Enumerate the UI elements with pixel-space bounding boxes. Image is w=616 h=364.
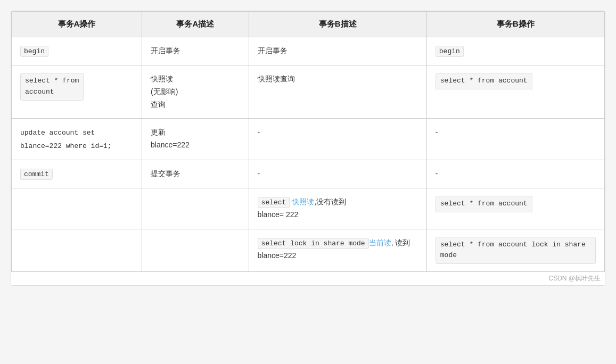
row5-col-b xyxy=(142,188,249,229)
table-row: begin 开启事务 开启事务 begin xyxy=(12,37,605,65)
code-begin-a: begin xyxy=(20,46,48,57)
snapshot-label: 快照读 xyxy=(292,197,314,206)
row5-col-a xyxy=(12,188,142,229)
row2-desc-b: 快照读查询 xyxy=(258,75,295,83)
header-col-a-desc: 事务A描述 xyxy=(142,12,249,37)
table-row: commit 提交事务 - - xyxy=(12,160,605,188)
code-select-lock-b: select * from account lock in share mode xyxy=(436,237,596,264)
code-select-b-row5: select * from account xyxy=(436,196,532,212)
row6-col-b xyxy=(142,229,249,272)
row3-desc-a: 更新blance=222 xyxy=(151,128,190,149)
row1-col-d: begin xyxy=(426,37,604,65)
header-col-a-operation: 事务A操作 xyxy=(12,12,142,37)
row2-col-a: select * fromaccount xyxy=(12,65,142,119)
table-row: select * fromaccount 快照读(无影响)查询 快照读查询 se… xyxy=(12,65,605,119)
code-update: update account set blance=222 where id=1… xyxy=(20,129,112,150)
row5-col-d: select * from account xyxy=(426,188,604,229)
code-select-snapshot: select xyxy=(258,197,290,208)
row4-col-b: 提交事务 xyxy=(142,160,249,188)
table-row: update account set blance=222 where id=1… xyxy=(12,119,605,160)
row2-desc-a: 快照读(无影响)查询 xyxy=(151,75,178,109)
main-table-container: 事务A操作 事务A描述 事务B描述 事务B操作 begin 开启事务 开启事务 … xyxy=(11,11,605,286)
row3-col-d: - xyxy=(426,119,604,160)
row2-col-d: select * from account xyxy=(426,65,604,119)
row2-col-c: 快照读查询 xyxy=(249,65,426,119)
code-commit: commit xyxy=(20,169,53,180)
header-row: 事务A操作 事务A描述 事务B描述 事务B操作 xyxy=(12,12,605,37)
row1-col-a: begin xyxy=(12,37,142,65)
watermark: CSDN @枫叶先生 xyxy=(11,272,605,285)
row4-col-d: - xyxy=(426,160,604,188)
comparison-table: 事务A操作 事务A描述 事务B描述 事务B操作 begin 开启事务 开启事务 … xyxy=(11,11,605,272)
row5-col-c: select 快照读,没有读到blance= 222 xyxy=(249,188,426,229)
table-row: select lock in share mode当前读, 读到blance=2… xyxy=(12,229,605,272)
row1-desc-a: 开启事务 xyxy=(151,46,180,55)
current-read-label: 当前读 xyxy=(369,238,391,247)
row4-desc-a: 提交事务 xyxy=(151,169,180,178)
row3-dash-d: - xyxy=(436,128,438,136)
row6-col-a xyxy=(12,229,142,272)
row6-col-c: select lock in share mode当前读, 读到blance=2… xyxy=(249,229,426,272)
row4-dash-c: - xyxy=(258,169,260,178)
row4-dash-d: - xyxy=(436,169,438,178)
row4-col-c: - xyxy=(249,160,426,188)
code-select-lock: select lock in share mode xyxy=(258,238,369,249)
row4-col-a: commit xyxy=(12,160,142,188)
row2-col-b: 快照读(无影响)查询 xyxy=(142,65,249,119)
table-row: select 快照读,没有读到blance= 222 select * from… xyxy=(12,188,605,229)
row1-desc-b: 开启事务 xyxy=(258,46,288,55)
row3-dash-c: - xyxy=(258,128,260,136)
header-col-b-desc: 事务B描述 xyxy=(249,12,426,37)
row3-col-a: update account set blance=222 where id=1… xyxy=(12,119,142,160)
row3-col-c: - xyxy=(249,119,426,160)
header-col-b-operation: 事务B操作 xyxy=(426,12,604,37)
row6-col-d: select * from account lock in share mode xyxy=(426,229,604,272)
row1-col-b: 开启事务 xyxy=(142,37,249,65)
row1-col-c: 开启事务 xyxy=(249,37,426,65)
row3-col-b: 更新blance=222 xyxy=(142,119,249,160)
code-begin-b: begin xyxy=(436,46,464,57)
code-select-b: select * from account xyxy=(436,73,532,89)
code-select-a: select * fromaccount xyxy=(20,73,84,101)
